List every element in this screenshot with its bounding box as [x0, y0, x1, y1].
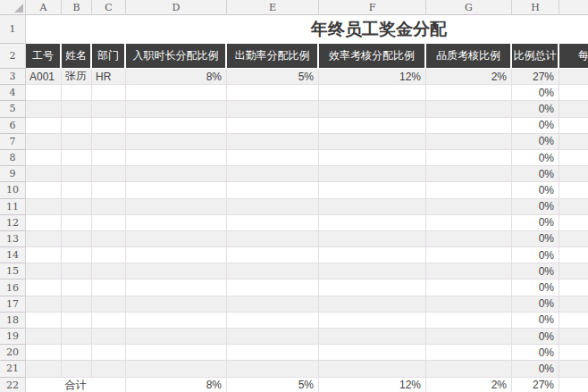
cell-H22[interactable]: 27%	[512, 378, 559, 392]
cell-H9[interactable]: 0%	[512, 166, 559, 182]
cell-C7[interactable]	[92, 134, 126, 150]
cell-G8[interactable]	[426, 150, 512, 166]
cell-E6[interactable]	[227, 118, 319, 134]
cell-B4[interactable]	[62, 85, 92, 101]
header-cell-efficiency-ratio[interactable]: 效率考核分配比例	[319, 44, 426, 69]
cell-E19[interactable]	[227, 329, 319, 345]
cell-H13[interactable]: 0%	[512, 231, 559, 247]
cell-F5[interactable]	[319, 101, 426, 117]
cell-I5[interactable]	[559, 101, 588, 117]
cell-D12[interactable]	[126, 215, 227, 231]
cell-A9[interactable]	[26, 166, 62, 182]
cell-C20[interactable]	[92, 345, 126, 361]
cell-E3[interactable]: 5%	[227, 69, 319, 85]
cell-H19[interactable]: 0%	[512, 329, 559, 345]
row-header-17[interactable]: 17	[0, 296, 26, 313]
cell-F19[interactable]	[319, 329, 426, 345]
row-header-22[interactable]: 22	[0, 378, 26, 392]
column-header-A[interactable]: A	[26, 0, 62, 15]
cell-E20[interactable]	[227, 345, 319, 361]
cell-D16[interactable]	[126, 279, 227, 296]
cell-A7[interactable]	[26, 134, 62, 150]
column-header-D[interactable]: D	[126, 0, 227, 15]
cell-E7[interactable]	[227, 134, 319, 150]
row-header-9[interactable]: 9	[0, 166, 26, 182]
row-header-21[interactable]: 21	[0, 361, 26, 377]
cell-B8[interactable]	[62, 150, 92, 166]
cell-D8[interactable]	[126, 150, 227, 166]
header-cell-attendance-ratio[interactable]: 出勤率分配比例	[227, 44, 319, 69]
cell-D14[interactable]	[126, 247, 227, 263]
header-cell-bonus-partial[interactable]: 每个配	[559, 44, 588, 69]
cell-A18[interactable]	[26, 313, 62, 329]
cell-H6[interactable]: 0%	[512, 118, 559, 134]
cell-I11[interactable]	[559, 199, 588, 215]
row-header-1[interactable]: 1	[0, 15, 26, 44]
cell-I4[interactable]	[559, 85, 588, 101]
cell-F20[interactable]	[319, 345, 426, 361]
cell-I12[interactable]	[559, 215, 588, 231]
cell-G3[interactable]: 2%	[426, 69, 512, 85]
cell-E8[interactable]	[227, 150, 319, 166]
cell-B10[interactable]	[62, 182, 92, 198]
cell-H20[interactable]: 0%	[512, 345, 559, 361]
cell-G7[interactable]	[426, 134, 512, 150]
column-header-G[interactable]: G	[426, 0, 512, 15]
row-header-12[interactable]: 12	[0, 215, 26, 231]
column-header-E[interactable]: E	[227, 0, 319, 15]
cell-H8[interactable]: 0%	[512, 150, 559, 166]
cell-D17[interactable]	[126, 296, 227, 313]
cell-A3[interactable]: A001	[26, 69, 62, 85]
cell-G20[interactable]	[426, 345, 512, 361]
cell-B21[interactable]	[62, 361, 92, 377]
row-header-6[interactable]: 6	[0, 118, 26, 134]
cell-E21[interactable]	[227, 361, 319, 377]
cell-H12[interactable]: 0%	[512, 215, 559, 231]
cell-C6[interactable]	[92, 118, 126, 134]
cell-H10[interactable]: 0%	[512, 182, 559, 198]
cell-B5[interactable]	[62, 101, 92, 117]
cell-E22[interactable]: 5%	[227, 378, 319, 392]
cell-B3[interactable]: 张历	[62, 69, 92, 85]
header-cell-name[interactable]: 姓名	[62, 44, 92, 69]
cell-H17[interactable]: 0%	[512, 296, 559, 313]
cell-F21[interactable]	[319, 361, 426, 377]
cell-C12[interactable]	[92, 215, 126, 231]
cell-G9[interactable]	[426, 166, 512, 182]
cell-A8[interactable]	[26, 150, 62, 166]
cell-H11[interactable]: 0%	[512, 199, 559, 215]
cell-D21[interactable]	[126, 361, 227, 377]
cell-B18[interactable]	[62, 313, 92, 329]
cell-F7[interactable]	[319, 134, 426, 150]
cell-E9[interactable]	[227, 166, 319, 182]
cell-I10[interactable]	[559, 182, 588, 198]
column-header-I[interactable]: I	[559, 0, 588, 15]
total-label-cell[interactable]: 合计	[26, 378, 126, 392]
cell-A5[interactable]	[26, 101, 62, 117]
cell-C13[interactable]	[92, 231, 126, 247]
cell-E17[interactable]	[227, 296, 319, 313]
cell-A16[interactable]	[26, 279, 62, 296]
cell-D20[interactable]	[126, 345, 227, 361]
cell-A19[interactable]	[26, 329, 62, 345]
cell-I6[interactable]	[559, 118, 588, 134]
cell-C19[interactable]	[92, 329, 126, 345]
cell-I13[interactable]	[559, 231, 588, 247]
cell-F8[interactable]	[319, 150, 426, 166]
cell-C18[interactable]	[92, 313, 126, 329]
header-cell-employee-id[interactable]: 工号	[26, 44, 62, 69]
cell-A12[interactable]	[26, 215, 62, 231]
cell-G14[interactable]	[426, 247, 512, 263]
row-header-19[interactable]: 19	[0, 329, 26, 345]
cell-H14[interactable]: 0%	[512, 247, 559, 263]
cell-A15[interactable]	[26, 263, 62, 279]
cell-I3[interactable]	[559, 69, 588, 85]
cell-I7[interactable]	[559, 134, 588, 150]
cell-C16[interactable]	[92, 279, 126, 296]
cell-D19[interactable]	[126, 329, 227, 345]
cell-G21[interactable]	[426, 361, 512, 377]
cell-B15[interactable]	[62, 263, 92, 279]
column-header-B[interactable]: B	[62, 0, 92, 15]
cell-H3[interactable]: 27%	[512, 69, 559, 85]
cell-F4[interactable]	[319, 85, 426, 101]
